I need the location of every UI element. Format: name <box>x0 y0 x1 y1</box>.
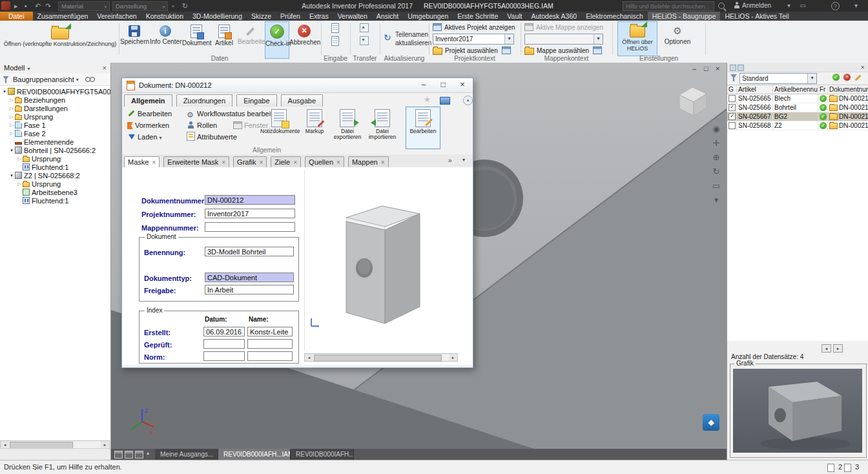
bearbeiten-big-button[interactable]: Bearbeiten <box>406 107 440 149</box>
tab-zuordnungen[interactable]: Zuordnungen <box>176 94 232 107</box>
maximize-button[interactable] <box>434 78 452 92</box>
row-checkbox[interactable] <box>728 122 736 129</box>
folder-icon[interactable] <box>440 97 450 105</box>
tab-ansicht[interactable]: Ansicht <box>372 12 403 21</box>
dokument-button[interactable]: Dokument <box>182 22 211 58</box>
tree-item-bohrteil[interactable]: Bohrteil | SN-025666:2 <box>0 146 110 154</box>
open-icon[interactable]: ▸ <box>14 1 18 11</box>
norm-datum-input[interactable] <box>203 351 245 361</box>
scroll-left-button[interactable] <box>305 354 313 361</box>
panel-icon[interactable] <box>738 65 744 71</box>
transfer-up-button[interactable] <box>357 23 371 34</box>
eingabe-doc-button-1[interactable] <box>328 23 342 34</box>
project-dialog-icon[interactable] <box>502 46 511 54</box>
doc-tab-ipt[interactable]: REV0IDB000IAFH...IPT <box>291 449 354 460</box>
markup-button[interactable]: Markup <box>300 107 329 149</box>
tree-item-fase2[interactable]: Fase 2 <box>0 129 110 138</box>
table-row[interactable]: SN-025665 Blech DN-000211 <box>727 94 868 103</box>
tree-item-ursprung[interactable]: Ursprung <box>0 180 110 188</box>
close-icon[interactable] <box>103 63 107 74</box>
tree-item-elementenende[interactable]: Elementenende <box>0 138 110 146</box>
subtab-quellen[interactable]: Quellen <box>305 156 344 167</box>
doc-restore-icon[interactable]: □ <box>704 65 708 72</box>
tree-item-fluchtend[interactable]: Fluchtend:1 <box>0 163 110 171</box>
tab-pruefen[interactable]: Prüfen <box>276 12 305 21</box>
subtab-grafik[interactable]: Grafik <box>233 156 267 167</box>
tree-item-fase1[interactable]: Fase 1 <box>0 121 110 129</box>
artikel-button[interactable]: Artikel <box>212 22 236 58</box>
filter-dropdown[interactable]: Standard <box>739 73 817 84</box>
tab-helios-aktives-teil[interactable]: HELiOS - Aktives Teil <box>720 12 793 21</box>
open-linked-button[interactable]: Öffnen (verknüpfte Konstruktion/Zeichnun… <box>3 22 118 58</box>
save-button[interactable]: Speichern <box>120 22 149 58</box>
close-icon[interactable] <box>861 63 865 72</box>
expander-icon[interactable] <box>16 181 23 187</box>
navigation-wheel-icon[interactable]: ◉ <box>709 122 723 136</box>
expander-icon[interactable] <box>1 89 8 94</box>
tab-verwalten[interactable]: Verwalten <box>333 12 372 21</box>
subtab-maske[interactable]: Maske <box>124 156 160 167</box>
tree-item-ursprung[interactable]: Ursprung <box>0 112 110 121</box>
zoom-icon[interactable]: ⊕ <box>709 150 723 165</box>
view-cube[interactable] <box>672 79 712 119</box>
view-mode-dropdown[interactable]: Baugruppenansicht <box>13 76 74 83</box>
panel-icon[interactable] <box>730 65 736 71</box>
erstellt-name-input[interactable] <box>247 327 293 336</box>
edit-icon[interactable] <box>854 74 862 81</box>
expander-icon[interactable] <box>8 106 15 111</box>
tab-vault[interactable]: Vault <box>502 12 526 21</box>
tab-3d-modellierung[interactable]: 3D-Modellierung <box>188 12 247 21</box>
orbit-icon[interactable]: ↻ <box>709 165 723 179</box>
eingabe-doc-button-2[interactable] <box>328 36 342 46</box>
scroll-right-button[interactable] <box>101 441 109 448</box>
expander-icon[interactable] <box>8 98 15 103</box>
table-row[interactable]: SN-025668 Z2 DN-000214 <box>727 121 868 130</box>
tree-item-beziehungen[interactable]: Beziehungen <box>0 96 110 104</box>
row-checkbox[interactable] <box>728 95 736 102</box>
tab-umgebungen[interactable]: Umgebungen <box>403 12 453 21</box>
chevron-down-icon[interactable] <box>25 64 30 72</box>
geprueft-name-input[interactable] <box>247 339 293 349</box>
measure-icon[interactable]: ▫ <box>172 1 174 11</box>
mappennummer-input[interactable] <box>205 222 295 232</box>
tab-ausgabe[interactable]: Ausgabe <box>281 94 323 107</box>
tab-helios-baugruppe[interactable]: HELiOS - Baugruppe <box>648 12 721 21</box>
scrollbar-thumb[interactable] <box>314 355 442 362</box>
erstellt-datum-input[interactable] <box>203 327 245 336</box>
cancel-icon[interactable] <box>843 74 851 81</box>
tab-datei[interactable]: Datei <box>0 12 33 21</box>
save-icon[interactable]: ▪ <box>25 1 27 11</box>
navbar-more-icon[interactable]: ▾ <box>709 193 723 207</box>
column-header-artikel[interactable]: Artikel <box>737 85 773 94</box>
abbrechen-button[interactable]: Abbrechen <box>289 22 319 58</box>
refresh-icon[interactable]: ↻ <box>182 1 188 11</box>
a360-share-button[interactable]: ◆ <box>703 414 719 431</box>
dokumenttyp-input[interactable] <box>205 273 294 282</box>
page-next-button[interactable]: ▸ <box>833 344 843 353</box>
oeffnen-ueber-helios-button[interactable]: Öffnen über HELiOS <box>617 21 657 56</box>
doc-minimize-icon[interactable]: – <box>692 65 696 72</box>
row-checkbox[interactable] <box>728 113 736 120</box>
confirm-icon[interactable] <box>832 74 840 81</box>
tab-extras[interactable]: Extras <box>305 12 333 21</box>
doc-close-icon[interactable]: × <box>716 65 719 72</box>
expander-icon[interactable] <box>8 131 15 136</box>
tab-allgemein[interactable]: Allgemein <box>124 94 172 107</box>
tab-elektromechanisch[interactable]: Elektromechanisch <box>581 12 648 21</box>
laden-button[interactable]: Laden <box>127 132 162 143</box>
vormerken-button[interactable]: Vormerken <box>127 120 169 131</box>
signin-button[interactable]: Anmelden <box>742 0 771 12</box>
tab-zusammenfuegen[interactable]: Zusammenfügen <box>33 12 93 21</box>
page-previous-button[interactable]: ◂ <box>822 344 831 353</box>
close-button[interactable] <box>453 78 471 92</box>
collapse-tabbar-icon[interactable]: ▴ <box>147 450 149 456</box>
expander-icon[interactable] <box>8 114 15 119</box>
teilenamen-aktualisieren-button[interactable]: Teilenamen aktualisieren <box>384 22 426 58</box>
subtab-erweiterte-maske[interactable]: Erweiterte Mask <box>163 156 229 167</box>
edit-button[interactable]: Bearbeiten <box>127 108 172 119</box>
column-header-dokumentnummer[interactable]: Dokumentnum <box>828 85 868 94</box>
project-dropdown[interactable]: Inventor2017 <box>433 34 514 45</box>
table-row-selected[interactable]: SN-025667 BG2 DN-000213 <box>727 112 868 121</box>
benennung-input[interactable] <box>205 247 294 256</box>
subtab-ziele[interactable]: Ziele <box>271 156 301 167</box>
